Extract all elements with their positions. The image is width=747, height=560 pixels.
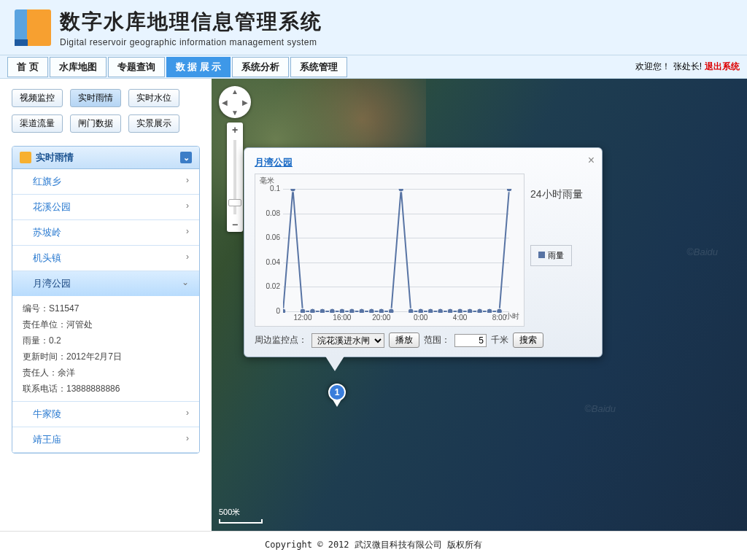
user-name: 张处长! [673, 61, 702, 73]
sub-tab-4[interactable]: 闸门数据 [70, 114, 121, 133]
chart-ytick: 0.02 [261, 282, 280, 290]
sub-tab-3[interactable]: 渠道流量 [12, 114, 63, 133]
panel-collapse-icon[interactable]: ⌄ [180, 152, 192, 163]
chevron-right-icon: › [186, 433, 189, 443]
close-icon[interactable]: × [588, 154, 595, 167]
map-canvas[interactable]: ©Baidu ©Baidu ▲ ▼ ▶ ◀ + − 1 月湾公园 × [212, 79, 747, 531]
chart-ytick: 0.04 [261, 258, 280, 266]
map-watermark: ©Baidu [584, 403, 616, 414]
chart-legend: 雨量 [530, 245, 572, 266]
logout-link[interactable]: 退出系统 [705, 61, 740, 73]
pan-east-icon[interactable]: ▶ [242, 98, 248, 106]
svg-point-22 [497, 308, 503, 313]
svg-point-14 [418, 308, 424, 313]
map-marker[interactable]: 1 [328, 384, 346, 408]
nav-tab-5[interactable]: 系统管理 [290, 57, 347, 77]
sub-tab-0[interactable]: 视频监控 [12, 89, 63, 107]
range-unit: 千米 [491, 334, 508, 346]
accordion-item-4[interactable]: 月湾公园⌄ [12, 271, 199, 296]
svg-point-10 [379, 308, 384, 313]
monitor-select[interactable]: 浣花溪进水闸 [311, 333, 384, 348]
accordion-item-1[interactable]: 花溪公园› [12, 195, 199, 219]
nav-tab-4[interactable]: 系统分析 [232, 57, 289, 77]
pan-west-icon[interactable]: ◀ [222, 98, 228, 106]
app-title-cn: 数字水库地理信息管理系统 [60, 8, 322, 36]
zoom-out-button[interactable]: − [227, 217, 243, 232]
rain-panel: 实时雨情 ⌄ 红旗乡›花溪公园›苏坡岭›机头镇›月湾公园⌄编号：S11547责任… [12, 146, 200, 454]
svg-point-8 [359, 308, 365, 313]
pan-control[interactable]: ▲ ▼ ▶ ◀ [219, 86, 251, 118]
range-label: 范围： [424, 334, 450, 346]
map-scale: 500米 [219, 507, 263, 524]
chevron-right-icon: › [186, 252, 189, 262]
chart-xtick: 0:00 [414, 314, 427, 322]
sidebar: 视频监控实时雨情实时水位渠道流量闸门数据实景展示 实时雨情 ⌄ 红旗乡›花溪公园… [0, 79, 212, 531]
nav-tab-3[interactable]: 数 据 展 示 [166, 57, 231, 77]
footer-copyright: Copyright © 2012 武汉微目科技有限公司 版权所有 [0, 531, 747, 559]
chart-ytick: 0.1 [261, 184, 280, 192]
info-popup: 月湾公园 × 毫米 00.020.040.060.080.1 12:0016:0… [244, 147, 603, 357]
rain-chart: 毫米 00.020.040.060.080.1 12:0016:0020:000… [255, 174, 525, 327]
chevron-right-icon: › [186, 201, 189, 211]
welcome-text: 欢迎您！ [635, 61, 670, 73]
search-button[interactable]: 搜索 [513, 332, 543, 348]
accordion-detail: 编号：S11547责任单位：河管处雨量：0.2更新时间：2012年2月7日责任人… [12, 296, 199, 401]
svg-point-16 [438, 308, 444, 313]
svg-point-17 [447, 308, 453, 313]
sub-tab-5[interactable]: 实景展示 [128, 114, 179, 133]
svg-point-9 [368, 308, 374, 313]
chart-xtick: 4:00 [453, 314, 467, 322]
play-button[interactable]: 播放 [389, 332, 419, 348]
accordion-item-0[interactable]: 红旗乡› [12, 169, 199, 194]
chart-xtick: 20:00 [372, 314, 390, 322]
svg-point-15 [427, 308, 433, 313]
svg-point-1 [290, 189, 295, 192]
app-logo [15, 9, 51, 46]
chevron-right-icon: › [186, 226, 189, 236]
chevron-right-icon: › [186, 408, 189, 418]
popup-title[interactable]: 月湾公园 [255, 157, 293, 168]
sub-tab-1[interactable]: 实时雨情 [70, 89, 121, 107]
accordion-item-3[interactable]: 机头镇› [12, 246, 199, 271]
accordion-item-6[interactable]: 靖王庙› [12, 427, 199, 452]
monitor-label: 周边监控点： [255, 334, 307, 346]
pan-south-icon[interactable]: ▼ [231, 109, 239, 117]
chevron-down-icon: ⌄ [182, 277, 189, 287]
pan-north-icon[interactable]: ▲ [231, 88, 239, 96]
svg-point-23 [506, 189, 512, 192]
svg-point-7 [349, 308, 355, 313]
svg-point-4 [320, 308, 325, 313]
svg-point-3 [309, 308, 315, 313]
chart-ytick: 0 [261, 307, 280, 315]
svg-point-18 [457, 308, 463, 313]
panel-icon [20, 152, 31, 163]
range-input[interactable] [454, 334, 487, 347]
svg-point-20 [477, 308, 483, 313]
chart-ytick: 0.08 [261, 209, 280, 217]
chart-xtick: 16:00 [333, 314, 351, 322]
svg-point-6 [339, 308, 345, 313]
svg-point-13 [408, 308, 414, 313]
svg-point-12 [398, 189, 404, 192]
svg-point-11 [388, 308, 394, 313]
map-watermark: ©Baidu [686, 246, 718, 257]
accordion-item-5[interactable]: 牛家陵› [12, 402, 199, 427]
chart-side-label: 24小时雨量 [530, 188, 592, 201]
app-header: 数字水库地理信息管理系统 Digital reservoir geographi… [0, 0, 747, 55]
accordion-item-2[interactable]: 苏坡岭› [12, 220, 199, 245]
chart-xlabel: 小时 [505, 311, 519, 322]
zoom-in-button[interactable]: + [227, 122, 243, 137]
main-navbar: 首 页水库地图专题查询数 据 展 示系统分析系统管理 欢迎您！ 张处长! 退出系… [0, 55, 747, 79]
svg-point-5 [329, 308, 335, 313]
nav-tab-1[interactable]: 水库地图 [50, 57, 107, 77]
chart-xtick: 12:00 [293, 314, 311, 322]
sub-tab-2[interactable]: 实时水位 [128, 89, 179, 107]
zoom-slider[interactable] [227, 137, 243, 217]
nav-tab-2[interactable]: 专题查询 [108, 57, 165, 77]
svg-point-19 [467, 308, 473, 313]
app-title-en: Digital reservoir geographic information… [60, 37, 322, 47]
nav-tab-0[interactable]: 首 页 [7, 57, 48, 77]
svg-point-2 [300, 308, 306, 313]
svg-point-21 [487, 308, 492, 313]
chevron-right-icon: › [186, 175, 189, 185]
